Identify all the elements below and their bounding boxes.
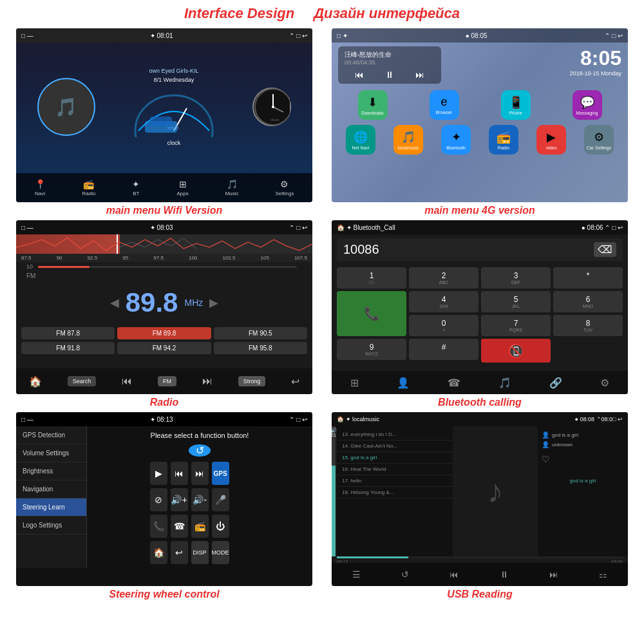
disp-btn[interactable]: DISP: [191, 541, 209, 564]
preset-3[interactable]: FM 90.5: [214, 327, 307, 339]
dialpad-icon[interactable]: ☎: [448, 377, 460, 389]
preset-1[interactable]: FM 87.8: [21, 327, 115, 339]
gear-icon[interactable]: ⚙: [600, 377, 609, 389]
call-green-btn[interactable]: 📞: [337, 291, 406, 336]
key-star[interactable]: *: [553, 267, 623, 289]
key-7[interactable]: 7PQRS: [481, 315, 551, 336]
nav-apps[interactable]: ⊞ Apps: [176, 179, 188, 196]
vol-fill: [38, 266, 90, 268]
power-btn[interactable]: ⏻: [212, 515, 229, 538]
list-icon[interactable]: ☰: [352, 569, 361, 580]
wifi-main-content: 🎵 own Eyed Girls-KIL 8/1 Wednesday km/h: [16, 43, 312, 171]
bluetooth-icon[interactable]: ✦ Bluetooth: [441, 125, 471, 155]
keypad-icon[interactable]: ⊞: [350, 377, 359, 389]
prev-freq[interactable]: ◀: [110, 296, 119, 310]
prev-track-btn[interactable]: ⏮: [171, 462, 188, 485]
search-btn[interactable]: Search: [68, 376, 97, 386]
back-btn[interactable]: ↩: [291, 375, 299, 388]
vol-down-btn[interactable]: 🔊-: [191, 488, 209, 511]
sidebar-volume[interactable]: Volume Settings: [16, 444, 86, 462]
radio-btn[interactable]: 📻: [191, 515, 209, 538]
key-hash[interactable]: #: [409, 339, 478, 360]
key-3[interactable]: 3DEF: [481, 267, 551, 289]
music-icon: 🎵: [227, 179, 238, 189]
next-track-btn[interactable]: ⏭: [191, 462, 209, 485]
key-2[interactable]: 2ABC: [409, 267, 478, 289]
downloads-icon[interactable]: ⬇ Downloads: [358, 90, 388, 120]
back-s5-btn[interactable]: ↩: [171, 541, 188, 564]
music2-icon[interactable]: 🎵: [498, 377, 511, 389]
key-9[interactable]: 9WXYZ: [337, 339, 406, 360]
nav-settings[interactable]: ⚙ Settings: [276, 179, 294, 196]
nav-navi[interactable]: 📍 Navi: [35, 179, 46, 196]
messaging-icon[interactable]: 💬 Messaging: [573, 90, 602, 120]
song-14[interactable]: 14. Glee Cast-Ain't No...: [337, 440, 453, 452]
mode-btn[interactable]: MODE: [212, 541, 229, 564]
link-icon[interactable]: 🔗: [549, 377, 562, 389]
eq-icon[interactable]: ⚏: [599, 569, 607, 580]
nav-music[interactable]: 🎵 Music: [225, 179, 239, 196]
radio2-icon[interactable]: 📻 Radio: [489, 125, 518, 155]
strong-btn[interactable]: Strong: [238, 376, 266, 386]
localmusic-icon[interactable]: 🎵 localmusic: [393, 125, 423, 155]
phone-hangup-btn[interactable]: ☎: [171, 515, 188, 538]
nav-radio[interactable]: 📻 Radio: [82, 179, 96, 196]
mute-btn[interactable]: ⊘: [150, 488, 167, 511]
preset-4[interactable]: FM 91.8: [21, 342, 115, 354]
sidebar-navigation[interactable]: Navigation: [16, 480, 86, 498]
sidebar-gps[interactable]: GPS Detection: [16, 426, 86, 444]
home-s5-btn[interactable]: 🏠: [150, 541, 167, 564]
repeat-icon[interactable]: ↺: [401, 569, 409, 580]
next-usb[interactable]: ⏭: [549, 569, 558, 580]
nav-bt[interactable]: ✦ BT: [132, 179, 140, 196]
song-18[interactable]: 18. Hillsong Young &...: [337, 487, 453, 498]
vol-up-btn[interactable]: 🔊+: [171, 488, 188, 511]
phone-call-btn[interactable]: 📞: [150, 515, 167, 538]
contacts-icon[interactable]: 👤: [397, 377, 410, 389]
prev-btn[interactable]: ⏮: [122, 375, 132, 387]
sidebar-brightness[interactable]: Brightness: [16, 462, 86, 480]
prev-usb[interactable]: ⏮: [450, 569, 459, 580]
song-13[interactable]: 13. everything i do I D...: [337, 429, 453, 440]
clock-label: clock: [167, 140, 181, 146]
play-usb[interactable]: ⏸: [500, 569, 509, 580]
gps-btn[interactable]: GPS: [212, 462, 229, 485]
refresh-btn[interactable]: ↺: [189, 444, 211, 457]
key-8[interactable]: 8TUV: [553, 315, 623, 336]
key-4[interactable]: 4GHI: [409, 291, 478, 312]
video-icon[interactable]: ▶ video: [536, 125, 566, 155]
preset-6[interactable]: FM 95.8: [214, 342, 307, 354]
preset-2[interactable]: FM 89.8: [117, 327, 211, 339]
backspace-btn[interactable]: ⌫: [594, 242, 616, 257]
prev-icon[interactable]: ⏮: [355, 70, 364, 80]
home-btn[interactable]: 🏠: [29, 375, 42, 388]
cs-icon: ⚙: [594, 130, 604, 144]
song-16[interactable]: 16. Heal The World: [337, 464, 453, 475]
settings-icon: ⚙: [280, 179, 289, 189]
next-icon[interactable]: ⏭: [415, 70, 424, 80]
netnavi-icon[interactable]: 🌐 Net Navi: [346, 125, 375, 155]
volume-slider[interactable]: 🔊 21: [332, 426, 336, 556]
song-15[interactable]: 15. god is a girl: [337, 452, 453, 464]
key-1[interactable]: 1□□: [337, 267, 406, 289]
phone-icon[interactable]: 📱 Phone: [501, 90, 531, 120]
next-freq[interactable]: ▶: [209, 296, 218, 310]
sidebar-logo[interactable]: Logo Settings: [16, 516, 86, 535]
msg-icon: 💬: [580, 95, 594, 109]
key-0plus[interactable]: 0+: [409, 315, 478, 336]
car-settings-icon[interactable]: ⚙ Car Settings: [584, 125, 614, 155]
sidebar-steering[interactable]: Steering Learn: [16, 498, 86, 516]
key-6[interactable]: 6MNO: [553, 291, 623, 312]
call-red-btn[interactable]: 📵: [481, 339, 551, 363]
browser-icon[interactable]: e Browser: [430, 90, 459, 120]
key-5[interactable]: 5JKL: [481, 291, 551, 312]
heart-icon[interactable]: ♡: [542, 454, 550, 464]
mic-btn[interactable]: 🎤: [212, 488, 229, 511]
fm-btn[interactable]: FM: [158, 376, 176, 386]
play-btn[interactable]: ▶: [150, 462, 167, 485]
preset-5[interactable]: FM 94.2: [117, 342, 211, 354]
song-17[interactable]: 17. hello: [337, 475, 453, 487]
s2-top-area: 汪峰-怒放的生命 00:46/04:35 ⏮ ⏸ ⏭ 8:05 2018-10-…: [332, 43, 628, 88]
next-btn[interactable]: ⏭: [202, 375, 213, 387]
pause-icon[interactable]: ⏸: [385, 70, 394, 80]
